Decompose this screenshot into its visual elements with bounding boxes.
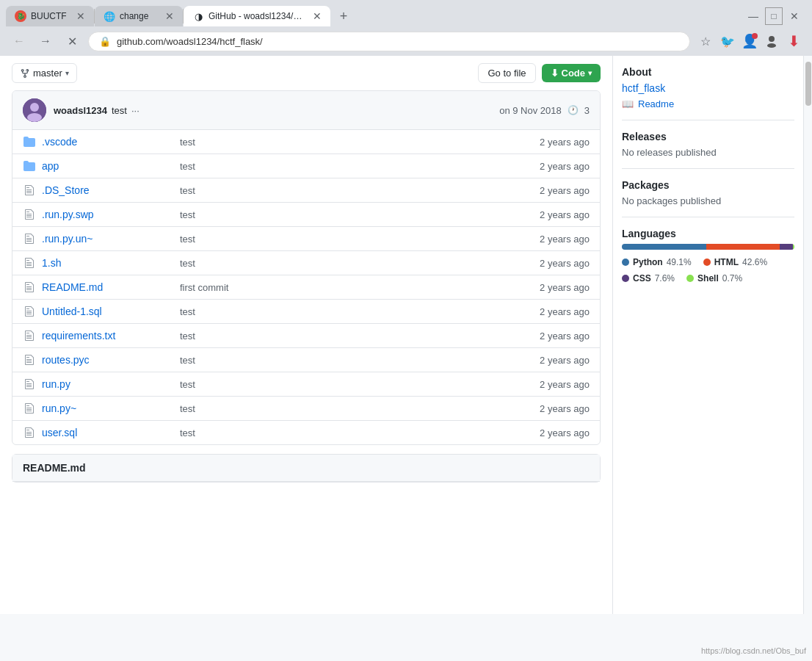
tab-close-buuctf[interactable]: ✕ bbox=[76, 10, 85, 22]
readme-section: README.md bbox=[12, 454, 601, 483]
file-name[interactable]: .run.py.swp bbox=[42, 209, 174, 220]
file-name[interactable]: 1.sh bbox=[42, 257, 174, 269]
code-button[interactable]: ⬇ Code ▾ bbox=[542, 64, 601, 82]
tab-title-github: GitHub - woadsl1234/hctf bbox=[209, 11, 305, 21]
profile-icon[interactable] bbox=[762, 32, 781, 51]
file-time: 2 years ago bbox=[501, 355, 590, 366]
file-name[interactable]: .vscode bbox=[42, 136, 174, 148]
about-section: About hctf_flask 📖 Readme bbox=[622, 56, 794, 120]
file-name[interactable]: requirements.txt bbox=[42, 330, 174, 342]
lang-name: HTML bbox=[714, 257, 739, 267]
file-row: requirements.txttest2 years ago bbox=[12, 324, 600, 348]
scrollbar-thumb[interactable] bbox=[805, 62, 811, 106]
file-time: 2 years ago bbox=[501, 282, 590, 293]
lang-item-shell: Shell0.7% bbox=[686, 273, 742, 283]
file-row: README.mdfirst commit2 years ago bbox=[12, 275, 600, 300]
packages-section: Packages No packages published bbox=[622, 169, 794, 217]
file-commit-msg: test bbox=[180, 403, 496, 414]
file-icon bbox=[23, 281, 36, 294]
goto-file-button[interactable]: Go to file bbox=[478, 63, 535, 83]
lang-dot-shell bbox=[686, 275, 694, 282]
file-name[interactable]: Untitled-1.sql bbox=[42, 306, 174, 317]
commit-info: woadsl1234 test ··· bbox=[54, 105, 492, 116]
file-name[interactable]: app bbox=[42, 160, 174, 172]
bookmark-icon[interactable]: ☆ bbox=[696, 32, 715, 51]
new-tab-button[interactable]: + bbox=[333, 6, 354, 26]
file-time: 2 years ago bbox=[501, 161, 590, 172]
file-commit-msg: test bbox=[180, 209, 496, 220]
tab-change[interactable]: 🌐 change ✕ bbox=[95, 6, 183, 26]
readme-header: README.md bbox=[12, 455, 600, 482]
file-name[interactable]: README.md bbox=[42, 281, 174, 293]
tab-title-change: change bbox=[120, 11, 158, 21]
language-bar bbox=[622, 244, 794, 250]
file-name[interactable]: .run.py.un~ bbox=[42, 233, 174, 245]
file-icon bbox=[23, 184, 36, 197]
file-icon bbox=[23, 256, 36, 270]
tab-buuctf[interactable]: 🐉 BUUCTF ✕ bbox=[6, 6, 94, 26]
commit-count: 3 bbox=[584, 105, 590, 116]
forward-button[interactable]: → bbox=[35, 31, 56, 51]
file-time: 2 years ago bbox=[501, 137, 590, 148]
back-button[interactable]: ← bbox=[9, 31, 29, 51]
avatar-svg bbox=[23, 98, 46, 122]
lang-pct: 42.6% bbox=[742, 257, 767, 267]
file-row: .DS_Storetest2 years ago bbox=[12, 178, 600, 203]
address-text: github.com/woadsl1234/hctf_flask/ bbox=[117, 36, 679, 47]
browser-title-bar: 🐉 BUUCTF ✕ 🌐 change ✕ ◑ GitHub - woadsl1… bbox=[0, 0, 812, 26]
svg-point-1 bbox=[767, 43, 776, 48]
svg-point-4 bbox=[27, 113, 42, 122]
scrollbar[interactable] bbox=[803, 56, 812, 614]
lang-name: Shell bbox=[697, 273, 719, 283]
file-commit-msg: test bbox=[180, 306, 496, 317]
repo-name-link[interactable]: hctf_flask bbox=[622, 82, 794, 94]
browser-toolbar-icons: ☆ 🐦 👤 ⬇ bbox=[696, 32, 803, 51]
tab-github[interactable]: ◑ GitHub - woadsl1234/hctf ✕ bbox=[184, 6, 330, 26]
commit-author-name[interactable]: woadsl1234 bbox=[54, 105, 107, 116]
branch-selector[interactable]: master ▾ bbox=[12, 63, 77, 83]
download-icon[interactable]: ⬇ bbox=[784, 32, 803, 51]
code-chevron-icon: ▾ bbox=[588, 69, 592, 77]
file-name[interactable]: user.sql bbox=[42, 427, 174, 438]
file-name[interactable]: run.py bbox=[42, 378, 174, 390]
file-row: routes.pyctest2 years ago bbox=[12, 348, 600, 372]
lang-item-css: CSS7.6% bbox=[622, 273, 675, 283]
close-window-button[interactable]: ✕ bbox=[786, 7, 803, 25]
readme-link[interactable]: 📖 Readme bbox=[622, 98, 794, 109]
branch-icon bbox=[20, 68, 30, 79]
lang-dot-html bbox=[703, 259, 711, 266]
file-icon bbox=[23, 378, 36, 391]
file-row: apptest2 years ago bbox=[12, 154, 600, 178]
file-time: 2 years ago bbox=[501, 306, 590, 317]
commit-dots[interactable]: ··· bbox=[131, 105, 139, 116]
file-commit-msg: test bbox=[180, 355, 496, 366]
file-commit-msg: test bbox=[180, 185, 496, 196]
tab-close-change[interactable]: ✕ bbox=[165, 10, 174, 22]
lang-bar-css bbox=[780, 244, 793, 250]
releases-title: Releases bbox=[622, 131, 794, 142]
maximize-button[interactable]: □ bbox=[765, 7, 783, 25]
commit-author-avatar[interactable] bbox=[23, 98, 46, 122]
about-title: About bbox=[622, 66, 794, 78]
extension-bird-icon[interactable]: 🐦 bbox=[718, 32, 737, 51]
file-icon bbox=[23, 232, 36, 245]
commit-header: woadsl1234 test ··· on 9 Nov 2018 🕐 3 bbox=[12, 91, 600, 130]
notification-icon[interactable]: 👤 bbox=[740, 32, 759, 51]
file-name[interactable]: run.py~ bbox=[42, 402, 174, 414]
folder-icon bbox=[23, 135, 36, 148]
lang-pct: 7.6% bbox=[655, 273, 675, 283]
repo-toolbar: master ▾ Go to file ⬇ Code ▾ bbox=[12, 56, 601, 90]
file-time: 2 years ago bbox=[501, 234, 590, 245]
commit-date: on 9 Nov 2018 bbox=[499, 105, 562, 116]
no-packages-text: No packages published bbox=[622, 195, 794, 206]
address-bar[interactable]: 🔒 github.com/woadsl1234/hctf_flask/ bbox=[88, 32, 690, 51]
file-icon bbox=[23, 208, 36, 221]
reload-button[interactable]: ✕ bbox=[62, 31, 82, 51]
file-name[interactable]: .DS_Store bbox=[42, 184, 174, 196]
file-row: user.sqltest2 years ago bbox=[12, 421, 600, 444]
minimize-button[interactable]: — bbox=[744, 7, 762, 25]
tab-close-github[interactable]: ✕ bbox=[313, 10, 322, 22]
download-code-icon: ⬇ bbox=[551, 68, 559, 79]
file-commit-msg: test bbox=[180, 161, 496, 172]
file-name[interactable]: routes.pyc bbox=[42, 354, 174, 366]
